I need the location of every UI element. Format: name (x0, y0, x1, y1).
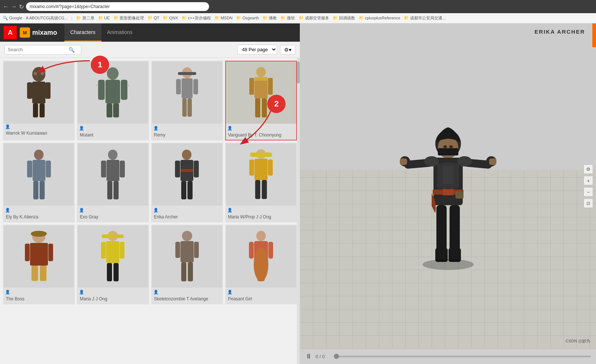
svg-rect-61 (31, 266, 38, 281)
ctrl-fit[interactable]: ⊡ (584, 198, 593, 208)
svg-rect-50 (250, 153, 272, 157)
svg-rect-54 (255, 180, 260, 199)
scroll-thumb[interactable] (297, 61, 300, 83)
people-icon: 👤 (79, 208, 84, 212)
tab-animations[interactable]: Animations (101, 23, 138, 42)
char-name: Maria J J Ong (78, 296, 148, 304)
svg-point-88 (449, 145, 453, 148)
bookmark-img[interactable]: 📁 图形图像处理 (113, 15, 144, 21)
characters-grid: 👤 Warrok W Kurniawan (0, 58, 300, 364)
svg-point-36 (108, 150, 118, 160)
ctrl-zoom-out[interactable]: − (584, 187, 593, 196)
bookmark-qnx[interactable]: 📁 QNX (163, 16, 178, 20)
svg-rect-51 (254, 159, 268, 180)
gear-button[interactable]: ⚙▾ (280, 45, 295, 55)
char-card-ely[interactable]: 👤 Ely By K.Atienza (3, 143, 75, 222)
people-icon: 👤 (79, 126, 84, 130)
char-img-mariajj (78, 225, 148, 288)
bookmark-ch2[interactable]: 📁 第二章 (76, 15, 94, 21)
char-card-mutant[interactable]: 👤 Mutant (77, 61, 149, 140)
svg-rect-48 (180, 169, 193, 172)
svg-rect-1 (32, 82, 45, 104)
ctrl-zoom-in[interactable]: + (584, 176, 593, 185)
timeline-thumb[interactable] (334, 354, 339, 359)
search-box[interactable]: 🔍 (4, 45, 81, 55)
char-name: The Boss (4, 296, 74, 304)
svg-rect-68 (107, 263, 112, 281)
char-card-warrok[interactable]: 👤 Warrok W Kurniawan (3, 61, 75, 140)
char-card-peasant[interactable]: 👤 Peasant Girl (225, 225, 297, 304)
svg-rect-86 (438, 148, 458, 155)
svg-rect-98 (436, 205, 447, 253)
url-text: mixamo.com/#/?page=1&type=Character (30, 4, 110, 9)
svg-rect-78 (249, 242, 254, 259)
char-name: Skeletonzombie T Avelange (152, 296, 222, 304)
address-bar[interactable]: mixamo.com/#/?page=1&type=Character (26, 2, 209, 11)
char-card-vanguard[interactable]: 👤 Vanguard By T. Choonyung (225, 61, 297, 140)
svg-rect-29 (254, 77, 268, 81)
svg-point-6 (33, 72, 37, 75)
char-card-skeleton[interactable]: 👤 Skeletonzombie T Avelange (151, 225, 223, 304)
people-icon: 👤 (153, 290, 159, 294)
char-name: Ely By K.Atienza (4, 214, 74, 222)
viewport-3d[interactable]: ⚙ + − ⊡ (300, 23, 596, 349)
svg-rect-4 (33, 104, 38, 117)
char-icon-row: 👤 (152, 288, 222, 296)
svg-rect-19 (176, 79, 181, 94)
bookmark-msdn[interactable]: 📁 MSDN (215, 16, 232, 20)
bookmark-callback[interactable]: 📁 回调函数 (333, 15, 355, 21)
char-card-maria[interactable]: 👤 Maria W/Prop J J Ong (225, 143, 297, 222)
people-icon: 👤 (5, 208, 10, 212)
svg-rect-39 (120, 161, 125, 177)
bookmark-osg[interactable]: 📁 Osgearth (236, 16, 259, 20)
svg-point-104 (457, 156, 472, 166)
char-card-erika[interactable]: 👤 Erika Archer (151, 143, 223, 222)
svg-rect-27 (255, 98, 260, 117)
char-name: Peasant Girl (226, 296, 296, 304)
bookmark-ms[interactable]: 📁 微软 (280, 15, 295, 21)
bookmarks-bar: 🔍 Google A ABOUTCG|高级CG... | 📁 第二章 📁 UE … (0, 13, 596, 23)
char-icon-row: 👤 (78, 206, 148, 214)
bookmark-cplusref[interactable]: 📁 cplusplusReference (359, 16, 401, 20)
toolbar: 🔍 48 Per page 24 Per page 96 Per page ⚙▾ (0, 42, 300, 58)
bookmark-qt[interactable]: 📁 QT (148, 16, 159, 20)
svg-rect-34 (33, 181, 38, 199)
back-button[interactable]: ← (3, 3, 9, 10)
nav-tabs: Characters Animations (64, 23, 138, 42)
svg-point-30 (34, 150, 44, 160)
svg-rect-26 (268, 78, 273, 95)
orange-accent (592, 23, 596, 47)
play-button[interactable]: ⏸ (305, 353, 312, 360)
char-card-remy[interactable]: 👤 Remy (151, 61, 223, 140)
svg-rect-25 (249, 78, 254, 95)
reload-button[interactable]: ↻ (19, 3, 24, 10)
timeline-track[interactable] (334, 356, 591, 357)
svg-point-76 (256, 231, 266, 241)
mixamo-header: A M mixamo Characters Animations (0, 23, 300, 42)
svg-rect-2 (27, 82, 32, 99)
ctrl-settings[interactable]: ⚙ (584, 164, 593, 174)
bookmark-buddha[interactable]: 📁 佛教 (262, 15, 277, 21)
per-page-select[interactable]: 48 Per page 24 Per page 96 Per page (237, 45, 277, 55)
svg-point-106 (422, 259, 474, 270)
bookmark-ue[interactable]: 📁 UE (98, 16, 110, 20)
search-input[interactable] (8, 47, 66, 52)
char-card-boss[interactable]: 👤 The Boss (3, 225, 75, 304)
char-card-exo[interactable]: 👤 Exo Gray (77, 143, 149, 222)
svg-rect-53 (268, 160, 273, 176)
tab-characters[interactable]: Characters (64, 23, 101, 42)
scrollbar[interactable] (297, 58, 300, 364)
svg-rect-31 (33, 160, 45, 181)
bookmark-aboutcg[interactable]: A ABOUTCG|高级CG... (26, 15, 68, 21)
bookmark-cdtraf[interactable]: 📁 成都交管服务 (299, 15, 329, 21)
forward-button[interactable]: → (11, 3, 17, 10)
svg-point-8 (107, 67, 119, 80)
bookmark-cdpolice[interactable]: 📁 成都市公安局交通... (404, 15, 446, 21)
viewer-controls: ⚙ + − ⊡ (584, 164, 593, 208)
svg-rect-41 (113, 181, 119, 199)
people-icon: 👤 (227, 290, 232, 294)
bookmark-google[interactable]: 🔍 Google (3, 16, 22, 20)
char-card-mariajj[interactable]: 👤 Maria J J Ong (77, 225, 149, 304)
svg-rect-97 (489, 158, 496, 165)
bookmark-cpp[interactable]: 📁 c++异步编程 (182, 15, 211, 21)
